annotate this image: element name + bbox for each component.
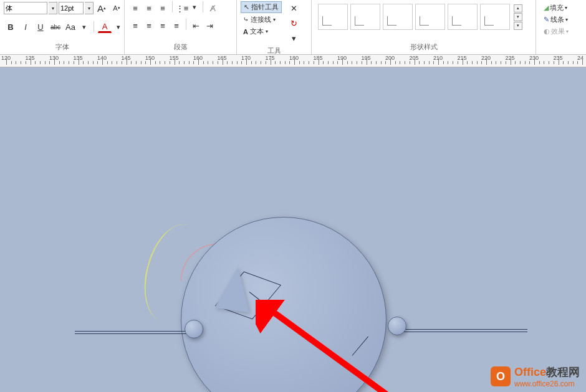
horizontal-ruler[interactable]: 1201251301351401451501551601651701751801… [0,55,586,67]
align-right-button[interactable]: ≡ [156,19,170,32]
underline-button[interactable]: U [34,20,47,34]
pointer-icon: ↖ [244,3,249,11]
connector-tool-button[interactable]: ⤷ 连接线 ▾ [241,14,282,25]
effect-icon: ◐ [544,27,550,36]
right-line-shape-2[interactable] [403,332,527,332]
align-top-button[interactable]: ≡ [128,1,142,15]
font-size-input[interactable] [59,2,84,14]
font-color-dropdown[interactable]: ▾ [113,21,124,32]
align-middle-button[interactable]: ≡ [142,1,156,15]
line-button[interactable]: ✎ 线条 ▾ [542,14,580,25]
line-label: 线条 [550,15,564,24]
connector-icon: ⤷ [243,16,249,24]
bullets-dropdown[interactable]: ▾ [189,1,200,12]
ribbon-toolbar: ▾ ▾ A▴ A▾ B I U abc Aa ▾ A ▾ 字体 ≡ [0,0,586,55]
clear-format-button[interactable]: A̸ [206,1,219,15]
style-preset-5[interactable] [448,4,478,30]
bullets-button[interactable]: ⋮≡ [175,1,189,15]
fill-icon: ◢ [544,4,549,12]
pointer-tool-button[interactable]: ↖ 指针工具 [241,1,282,13]
font-name-input[interactable] [4,2,47,14]
style-scroll-down[interactable]: ▾ [514,13,522,21]
case-dropdown[interactable]: ▾ [79,21,90,32]
watermark-brand: Office教程网 [514,365,580,380]
connector-tool-label: 连接线 [251,15,271,24]
text-tool-label: 文本 [250,27,264,36]
shrink-font-button[interactable]: A▾ [110,1,123,15]
small-circle-left[interactable] [185,320,203,338]
align-bottom-button[interactable]: ≡ [156,1,170,15]
connector-dropdown-icon: ▾ [273,17,276,22]
paragraph-group: ≡ ≡ ≡ ⋮≡ ▾ A̸ ≡ ≡ ≡ ≡ ⇤ ⇥ 段落 [125,0,237,54]
fill-label: 填充 [550,3,564,12]
bold-button[interactable]: B [4,20,17,34]
grow-font-button[interactable]: A▴ [95,1,108,15]
paragraph-group-label: 段落 [128,41,233,53]
style-preset-2[interactable] [350,4,380,30]
indent-decrease-button[interactable]: ⇤ [189,19,203,32]
tool-x-button[interactable]: ✕ [287,1,300,15]
change-case-button[interactable]: Aa [64,20,77,34]
right-line-shape-1[interactable] [403,329,527,330]
indent-increase-button[interactable]: ⇥ [203,19,216,32]
style-gallery: ▴ ▾ ▾ [315,1,525,32]
effect-button[interactable]: ◐ 效果 ▾ [542,26,580,37]
justify-button[interactable]: ≡ [170,19,183,32]
large-circle-shape[interactable] [181,217,387,392]
font-name-dropdown[interactable]: ▾ [49,2,57,14]
watermark: O Office教程网 www.office26.com [491,365,580,388]
shape-styles-group: ▴ ▾ ▾ 形状样式 [312,0,536,54]
tool-dropdown-button[interactable]: ▾ [287,31,300,45]
effect-label: 效果 [551,27,565,36]
small-circle-right[interactable] [388,317,406,335]
italic-button[interactable]: I [19,20,32,34]
font-group-label: 字体 [4,41,120,53]
tools-group: ↖ 指针工具 ⤷ 连接线 ▾ A 文本 ▾ ✕ ↻ ▾ 工具 [237,0,312,54]
text-icon: A [243,28,248,36]
left-line-shape-2[interactable] [75,333,193,334]
align-center-button[interactable]: ≡ [142,19,156,32]
watermark-url: www.office26.com [514,380,580,388]
style-scroll-up[interactable]: ▴ [514,4,522,12]
text-dropdown-icon: ▾ [266,29,268,34]
style-gallery-expand[interactable]: ▾ [514,22,522,30]
style-preset-4[interactable] [415,4,445,30]
style-preset-3[interactable] [383,4,413,30]
tool-redo-button[interactable]: ↻ [287,16,300,30]
triangle-filled-shape[interactable] [214,264,255,312]
pointer-tool-label: 指针工具 [251,2,279,12]
watermark-logo-icon: O [491,366,511,386]
strike-button[interactable]: abc [49,20,62,34]
shape-styles-group-label: 形状样式 [315,41,532,53]
shape-format-group: ◢ 填充 ▾ ✎ 线条 ▾ ◐ 效果 ▾ [536,0,586,54]
drawing-canvas[interactable]: O Office教程网 www.office26.com [0,67,586,392]
text-tool-button[interactable]: A 文本 ▾ [241,26,282,37]
style-preset-6[interactable] [480,4,510,30]
font-group: ▾ ▾ A▴ A▾ B I U abc Aa ▾ A ▾ 字体 [0,0,125,54]
line-icon: ✎ [544,16,549,24]
align-left-button[interactable]: ≡ [128,19,142,32]
font-color-button[interactable]: A [98,21,112,33]
left-line-shape-1[interactable] [75,331,193,332]
style-preset-1[interactable] [318,4,348,30]
fill-button[interactable]: ◢ 填充 ▾ [542,2,580,13]
font-size-dropdown[interactable]: ▾ [85,2,94,14]
